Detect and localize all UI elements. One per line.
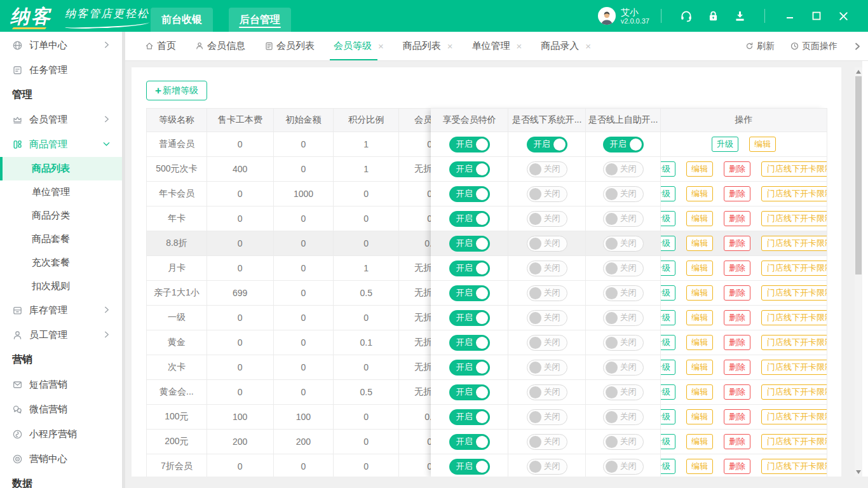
close-button[interactable] [835,8,851,24]
upgrade-button[interactable]: 升级 [661,409,675,424]
toggle-offline-open[interactable]: 开启 [527,137,567,152]
toggle-member-special-price[interactable]: 开启 [449,186,490,202]
upgrade-button[interactable]: 升级 [661,161,675,177]
toggle-offline-open[interactable]: 关闭 [527,384,567,400]
edit-button[interactable]: 编辑 [686,360,713,375]
edit-button[interactable]: 编辑 [686,384,713,400]
delete-button[interactable]: 删除 [724,310,750,325]
toggle-member-special-price[interactable]: 开启 [449,261,490,276]
tab-close-icon[interactable]: × [447,41,453,51]
sidebar-subitem[interactable]: 商品套餐 [0,227,125,251]
edit-button[interactable]: 编辑 [686,236,713,251]
toggle-member-special-price[interactable]: 开启 [449,310,490,326]
sidebar-item[interactable]: 员工管理 [0,323,125,348]
edit-button[interactable]: 编辑 [686,409,713,424]
toggle-online-open[interactable]: 关闭 [603,335,644,351]
toggle-offline-open[interactable]: 关闭 [527,285,567,301]
add-level-button[interactable]: + 新增等级 [146,81,207,100]
upgrade-button[interactable]: 升级 [661,335,675,350]
delete-button[interactable]: 删除 [724,335,750,350]
vertical-scrollbar[interactable] [855,67,862,477]
store-offline-limit-button[interactable]: 门店线下开卡限制 [761,335,827,350]
toggle-online-open[interactable]: 关闭 [603,384,644,400]
sidebar-item[interactable]: 商品管理 [0,132,125,157]
tab-item[interactable]: 首页 [145,32,176,60]
toggle-offline-open[interactable]: 关闭 [527,459,567,475]
lock-icon[interactable] [705,8,721,24]
upgrade-button[interactable]: 升级 [661,285,675,301]
toggle-online-open[interactable]: 关闭 [603,310,644,326]
sidebar-subitem[interactable]: 充次套餐 [0,251,125,274]
edit-button[interactable]: 编辑 [686,261,713,276]
upgrade-button[interactable]: 升级 [661,310,675,325]
store-offline-limit-button[interactable]: 门店线下开卡限制 [761,384,827,400]
edit-button[interactable]: 编辑 [686,434,713,449]
toggle-offline-open[interactable]: 关闭 [527,161,567,177]
sidebar-scrollbar[interactable] [122,32,125,488]
tab-close-icon[interactable]: × [517,41,522,51]
toggle-online-open[interactable]: 关闭 [603,434,644,450]
toggle-offline-open[interactable]: 关闭 [527,211,567,227]
edit-button[interactable]: 编辑 [686,211,713,226]
edit-button[interactable]: 编辑 [686,186,713,201]
sidebar-item[interactable]: 库存管理 [0,298,125,323]
sidebar-subitem[interactable]: 单位管理 [0,180,125,204]
topbar-nav-tab[interactable]: 后台管理 [229,8,291,32]
upgrade-button[interactable]: 升级 [661,236,675,251]
sidebar-item[interactable]: 会员管理 [0,107,125,132]
download-icon[interactable] [732,8,747,24]
toggle-online-open[interactable]: 关闭 [603,236,644,252]
store-offline-limit-button[interactable]: 门店线下开卡限制 [761,409,827,424]
scrollbar-thumb[interactable] [855,76,862,274]
toggle-offline-open[interactable]: 关闭 [527,335,567,351]
store-offline-limit-button[interactable]: 门店线下开卡限制 [761,434,827,449]
delete-button[interactable]: 删除 [724,360,750,375]
sidebar-subitem[interactable]: 商品分类 [0,204,125,227]
toggle-member-special-price[interactable]: 开启 [449,211,490,227]
toggle-online-open[interactable]: 关闭 [603,409,644,425]
upgrade-button[interactable]: 升级 [661,211,675,226]
tab-item[interactable]: 会员信息 [195,32,245,60]
toggle-member-special-price[interactable]: 开启 [449,335,490,351]
store-offline-limit-button[interactable]: 门店线下开卡限制 [761,211,827,226]
minimize-button[interactable] [782,8,798,24]
sidebar-item[interactable]: 微信营销 [0,397,125,422]
toggle-online-open[interactable]: 关闭 [603,211,644,227]
tab-close-icon[interactable]: × [585,41,591,51]
edit-button[interactable]: 编辑 [686,310,713,325]
delete-button[interactable]: 删除 [724,161,750,177]
edit-button[interactable]: 编辑 [686,335,713,350]
upgrade-button[interactable]: 升级 [712,137,738,152]
toggle-member-special-price[interactable]: 开启 [449,409,490,425]
scroll-down-arrow-icon[interactable] [856,470,861,474]
upgrade-button[interactable]: 升级 [661,384,675,400]
sidebar-item[interactable]: 短信营销 [0,372,125,397]
tab-item[interactable]: 商品列表× [403,32,453,60]
edit-button[interactable]: 编辑 [686,161,713,177]
tab-item[interactable]: 会员列表 [264,32,315,60]
toggle-offline-open[interactable]: 关闭 [527,409,567,425]
delete-button[interactable]: 删除 [724,384,750,400]
delete-button[interactable]: 删除 [724,261,750,276]
store-offline-limit-button[interactable]: 门店线下开卡限制 [761,161,827,177]
refresh-button[interactable]: 刷新 [745,41,775,52]
delete-button[interactable]: 删除 [724,236,750,251]
tab-item[interactable]: 商品录入× [541,32,591,60]
upgrade-button[interactable]: 升级 [661,360,675,375]
toggle-online-open[interactable]: 关闭 [603,261,644,276]
scroll-up-arrow-icon[interactable] [856,70,861,74]
delete-button[interactable]: 删除 [724,186,750,201]
toggle-offline-open[interactable]: 关闭 [527,434,567,450]
toggle-offline-open[interactable]: 关闭 [527,310,567,326]
toggle-online-open[interactable]: 关闭 [603,161,644,177]
delete-button[interactable]: 删除 [724,459,750,474]
store-offline-limit-button[interactable]: 门店线下开卡限制 [761,186,827,201]
toggle-member-special-price[interactable]: 开启 [449,360,490,376]
sidebar-item[interactable]: 营销中心 [0,447,125,471]
toggle-offline-open[interactable]: 关闭 [527,186,567,202]
delete-button[interactable]: 删除 [724,409,750,424]
toggle-offline-open[interactable]: 关闭 [527,261,567,276]
upgrade-button[interactable]: 升级 [661,186,675,201]
toggle-online-open[interactable]: 关闭 [603,186,644,202]
toggle-online-open[interactable]: 开启 [603,137,644,152]
